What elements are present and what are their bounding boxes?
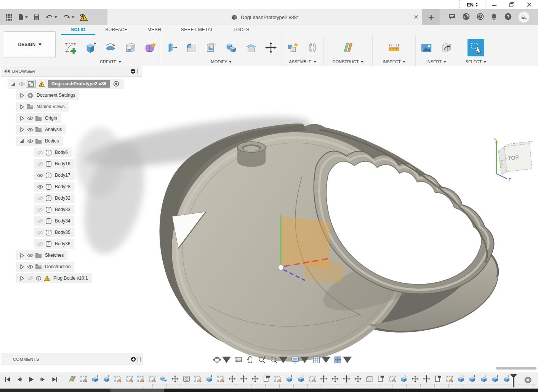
visibility-eye-icon[interactable] — [26, 139, 34, 144]
timeline-feature-move-icon[interactable] — [342, 374, 351, 383]
timeline-feature-sketch-icon[interactable] — [194, 374, 202, 383]
visibility-eye-icon[interactable] — [36, 196, 44, 201]
inspect-menu[interactable]: INSPECT — [383, 59, 405, 65]
expand-arrow-icon[interactable] — [18, 253, 26, 258]
browser-item-root-component[interactable]: DogLeashPrototype2 v88 — [8, 79, 124, 89]
shell-button[interactable] — [203, 39, 220, 56]
browser-item-bodies[interactable]: Bodies — [16, 136, 63, 146]
create-form-button[interactable] — [142, 39, 159, 56]
language-selector[interactable]: EN — [460, 0, 485, 9]
timeline-feature-extrude-icon[interactable] — [399, 374, 408, 383]
timeline-feature-move-icon[interactable] — [239, 374, 248, 383]
create-menu[interactable]: CREATE — [100, 59, 121, 65]
timeline-feature-flag-icon[interactable] — [434, 374, 442, 383]
expand-arrow-icon[interactable] — [18, 127, 26, 132]
timeline-feature-sketch-icon[interactable] — [125, 374, 133, 383]
insert-mesh-button[interactable] — [438, 39, 455, 56]
collapse-all-icon[interactable] — [130, 69, 136, 74]
browser-item-origin[interactable]: Origin — [16, 113, 61, 123]
timeline-settings-gear-icon[interactable] — [524, 376, 532, 386]
timeline-feature-extrude-icon[interactable] — [491, 374, 499, 383]
timeline-feature-project-icon[interactable] — [182, 374, 191, 383]
browser-item-named-views[interactable]: Named Views — [16, 102, 69, 112]
visibility-eye-icon[interactable] — [36, 173, 44, 178]
construct-menu[interactable]: CONSTRUCT — [332, 59, 363, 65]
browser-item-construction[interactable]: Construction — [16, 262, 74, 272]
undo-button[interactable] — [44, 13, 59, 22]
timeline-feature-extrude-icon[interactable] — [502, 374, 511, 383]
viewports-button[interactable] — [333, 355, 352, 365]
timeline-feature-sketch-icon[interactable] — [114, 374, 122, 383]
browser-item-body33[interactable]: Body33 — [34, 205, 74, 214]
activate-component-radio[interactable] — [112, 81, 120, 87]
visibility-eye-icon[interactable] — [18, 82, 26, 86]
browser-item-body16[interactable]: Body16 — [34, 159, 74, 169]
browser-item-body32[interactable]: Body32 — [34, 193, 74, 203]
timeline-feature-sketch-icon[interactable] — [216, 374, 225, 383]
root-component-label[interactable]: DogLeashPrototype2 v88 — [48, 80, 110, 88]
visibility-eye-icon[interactable] — [26, 116, 34, 121]
tab-sheet-metal[interactable]: SHEET METAL — [171, 25, 224, 35]
step-back-button[interactable] — [15, 375, 23, 384]
design-workspace-menu[interactable]: DESIGN — [4, 31, 56, 58]
visibility-eye-icon[interactable] — [36, 219, 44, 224]
play-button[interactable] — [27, 375, 35, 384]
tab-tools[interactable]: TOOLS — [223, 25, 259, 35]
timeline-feature-move-icon[interactable] — [319, 374, 328, 383]
tab-close-button[interactable] — [414, 14, 418, 21]
timeline-feature-sketch-icon[interactable] — [308, 374, 316, 383]
panel-resize-grip[interactable] — [138, 357, 141, 362]
expand-arrow-icon[interactable] — [18, 116, 26, 121]
select-button[interactable] — [468, 39, 484, 56]
joint-button[interactable] — [304, 39, 321, 56]
comments-panel[interactable]: COMMENTS — [1, 354, 143, 365]
move-copy-button[interactable] — [263, 39, 279, 56]
expanded-arrow-icon[interactable] — [9, 82, 18, 86]
visibility-eye-icon[interactable] — [26, 127, 34, 132]
new-component-button[interactable] — [284, 39, 301, 56]
create-sketch-button[interactable] — [62, 39, 79, 56]
job-status-button[interactable] — [462, 13, 470, 22]
visibility-eye-icon[interactable] — [26, 276, 34, 281]
display-settings-button[interactable] — [290, 355, 310, 365]
timeline-feature-move-icon[interactable] — [354, 374, 362, 383]
timeline-feature-sketch-icon[interactable] — [388, 374, 396, 383]
visibility-eye-icon[interactable] — [36, 242, 44, 246]
fillet-button[interactable] — [183, 39, 200, 56]
close-button[interactable] — [520, 0, 538, 9]
tab-mesh[interactable]: MESH — [138, 25, 171, 35]
browser-item-plug-bottle-v10-1[interactable]: Plug Bottle v10:1 — [16, 273, 92, 283]
split-body-button[interactable] — [243, 39, 259, 56]
browser-item-body6[interactable]: Body6 — [34, 147, 72, 157]
file-menu-button[interactable] — [16, 12, 29, 22]
timeline-feature-plane-icon[interactable] — [68, 374, 76, 383]
visibility-eye-icon[interactable] — [36, 207, 44, 212]
timeline-feature-sketch-icon[interactable] — [274, 374, 282, 383]
expand-arrow-icon[interactable] — [18, 104, 26, 109]
expand-arrow-icon[interactable] — [18, 264, 26, 269]
timeline-feature-extrude-icon[interactable] — [296, 374, 305, 383]
pan-button[interactable] — [245, 355, 255, 365]
look-at-button[interactable] — [233, 355, 243, 365]
timeline-feature-move-icon[interactable] — [228, 374, 236, 383]
timeline-feature-sketch-icon[interactable] — [148, 374, 156, 383]
orbit-button[interactable] — [212, 355, 232, 365]
grid-settings-button[interactable] — [311, 355, 331, 365]
visibility-eye-icon[interactable] — [36, 162, 44, 166]
timeline-feature-extrude-icon[interactable] — [285, 374, 293, 383]
redo-button[interactable] — [61, 13, 76, 22]
panel-resize-grip[interactable] — [137, 69, 140, 74]
collapse-panel-icon[interactable] — [4, 69, 10, 73]
timeline-feature-combine-icon[interactable] — [159, 374, 168, 383]
expand-arrow-icon[interactable] — [18, 93, 26, 98]
timeline-feature-extrude-icon[interactable] — [479, 374, 488, 383]
press-pull-button[interactable] — [163, 39, 180, 56]
visibility-eye-icon[interactable] — [36, 184, 44, 189]
combine-button[interactable] — [223, 39, 240, 56]
expand-arrow-icon[interactable] — [18, 139, 26, 143]
browser-item-document-settings[interactable]: Document Settings — [16, 90, 79, 100]
help-button[interactable]: ? — [504, 13, 512, 22]
timeline-feature-move-icon[interactable] — [171, 374, 179, 383]
measure-button[interactable] — [386, 39, 402, 56]
timeline-feature-move-icon[interactable] — [411, 374, 419, 383]
